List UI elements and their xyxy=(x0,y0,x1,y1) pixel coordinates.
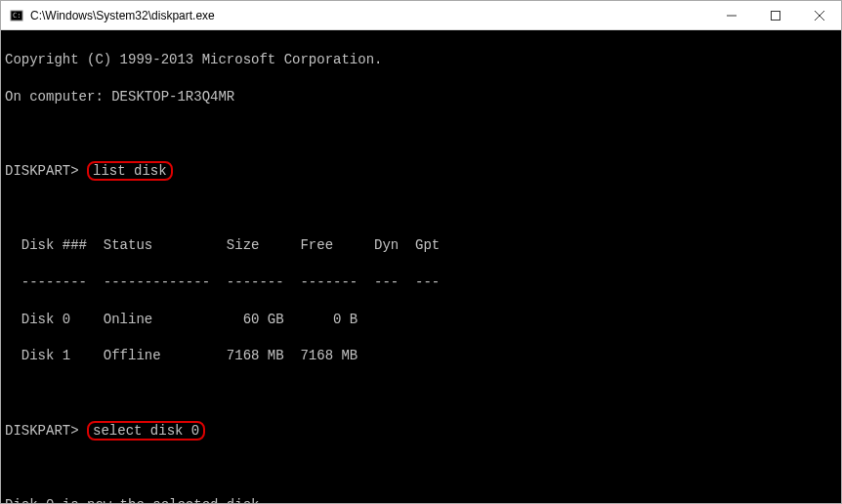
status-message: Disk 0 is now the selected disk. xyxy=(5,496,837,503)
terminal-output[interactable]: Copyright (C) 1999-2013 Microsoft Corpor… xyxy=(1,30,841,503)
svg-rect-3 xyxy=(771,11,779,20)
prompt-label: DISKPART> xyxy=(5,423,79,439)
table-row: Disk 1 Offline 7168 MB 7168 MB xyxy=(5,347,837,365)
maximize-button[interactable] xyxy=(753,1,797,29)
disk-table-header: Disk ### Status Size Free Dyn Gpt xyxy=(5,236,837,255)
app-window: C: C:\Windows\System32\diskpart.exe Copy… xyxy=(0,0,842,504)
close-button[interactable] xyxy=(797,1,841,29)
minimize-button[interactable] xyxy=(709,1,753,29)
disk-table-divider: -------- ------------- ------- ------- -… xyxy=(5,273,837,292)
window-controls xyxy=(709,1,841,29)
command-select-disk: select disk 0 xyxy=(87,421,205,441)
window-title: C:\Windows\System32\diskpart.exe xyxy=(30,9,709,22)
svg-text:C:: C: xyxy=(13,12,21,20)
computer-line: On computer: DESKTOP-1R3Q4MR xyxy=(5,88,837,106)
table-row: Disk 0 Online 60 GB 0 B xyxy=(5,311,837,329)
copyright-line: Copyright (C) 1999-2013 Microsoft Corpor… xyxy=(5,51,837,69)
prompt-label: DISKPART> xyxy=(5,163,79,179)
app-icon: C: xyxy=(9,8,24,23)
titlebar[interactable]: C: C:\Windows\System32\diskpart.exe xyxy=(1,1,841,30)
command-list-disk: list disk xyxy=(87,161,173,181)
